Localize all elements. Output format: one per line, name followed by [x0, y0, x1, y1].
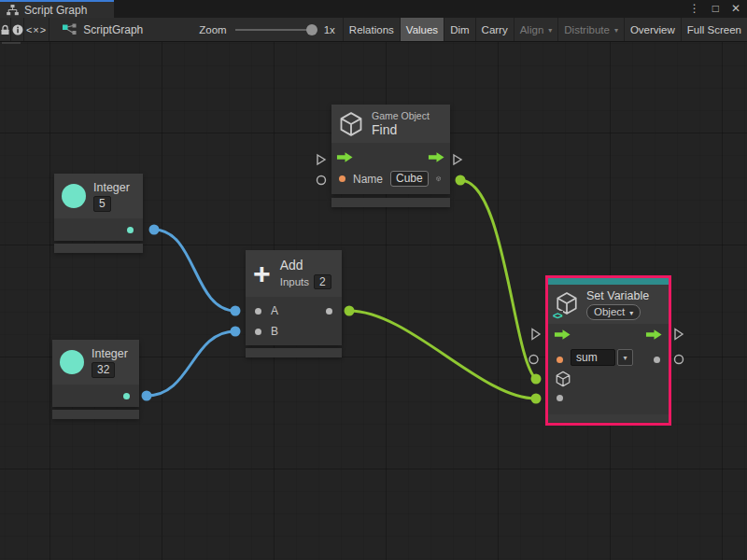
node-body	[54, 218, 143, 241]
node-title: Integer	[92, 347, 128, 360]
node-integer-b[interactable]: Integer 32	[52, 340, 139, 407]
zoom-control: Zoom 1x	[152, 18, 343, 41]
code-preview-button[interactable]: <×>	[24, 18, 49, 41]
port-integer5-output[interactable]	[149, 225, 160, 235]
input-port-b-dot[interactable]	[255, 329, 261, 335]
port-add-output[interactable]	[345, 306, 355, 316]
integer-type-icon	[60, 350, 84, 374]
name-param-label: Name	[353, 173, 383, 186]
port-setvariable-object-input[interactable]	[531, 374, 542, 385]
port-a-label: A	[271, 304, 278, 317]
node-title: Integer	[93, 181, 130, 194]
toolbar-button-relations[interactable]: Relations	[343, 18, 400, 41]
port-find-flow-in[interactable]	[317, 155, 325, 164]
set-variable-icon: <>	[555, 291, 579, 318]
port-find-name-in[interactable]	[317, 176, 326, 185]
game-object-cube-icon	[338, 111, 364, 137]
chevron-down-icon: ▾	[614, 26, 618, 35]
integer-type-icon	[62, 184, 86, 208]
variable-kind-icon: <>	[552, 311, 563, 321]
node-body	[52, 385, 139, 407]
port-integer32-output[interactable]	[142, 391, 152, 401]
variable-name-dropdown-button[interactable]: ▾	[617, 349, 633, 366]
node-footer[interactable]	[54, 244, 143, 253]
info-button[interactable]	[11, 18, 24, 41]
toolbar-button-carry[interactable]: Carry	[475, 18, 514, 41]
flow-out-arrow-icon[interactable]	[645, 329, 663, 341]
variable-name-port-dot[interactable]	[557, 357, 563, 363]
graph-node-icon	[63, 23, 77, 35]
graph-breadcrumb[interactable]: ScriptGraph	[49, 18, 152, 41]
integer-value-field[interactable]: 5	[93, 196, 111, 212]
window-menu-icon[interactable]: ⋮	[689, 0, 700, 18]
node-title: Add	[280, 258, 331, 273]
toolbar-button-values[interactable]: Values	[400, 18, 444, 41]
port-find-flow-out[interactable]	[454, 155, 461, 164]
flow-out-arrow-icon[interactable]	[428, 151, 445, 163]
code-icon: <×>	[26, 24, 47, 35]
lock-button[interactable]	[0, 18, 11, 41]
node-footer[interactable]	[52, 410, 139, 419]
integer-value-field[interactable]: 32	[92, 362, 115, 378]
chevron-down-icon: ▾	[629, 309, 633, 317]
node-add[interactable]: + Add Inputs 2 A B	[246, 250, 342, 345]
toolbar-button-fullscreen[interactable]: Full Screen	[681, 18, 747, 41]
flow-in-arrow-icon[interactable]	[554, 329, 571, 341]
zoom-value: 1x	[324, 24, 335, 35]
node-footer[interactable]	[548, 414, 669, 422]
node-title: Find	[372, 122, 430, 137]
output-port-dot[interactable]	[123, 393, 130, 399]
wire-find-to-setvariable-object[interactable]	[460, 180, 536, 379]
node-footer[interactable]	[246, 348, 342, 357]
port-setvariable-flow-in[interactable]	[532, 329, 540, 340]
port-add-input-b[interactable]	[231, 327, 241, 337]
node-integer-a[interactable]: Integer 5	[54, 174, 143, 241]
lock-icon	[0, 24, 10, 35]
object-target-port-icon[interactable]	[555, 371, 571, 387]
node-find[interactable]: Game Object Find Name Cube	[331, 105, 450, 194]
window-close-icon[interactable]: ✕	[731, 0, 740, 18]
variable-name-field[interactable]: sum	[571, 349, 615, 366]
variable-kind-dropdown[interactable]: Object ▾	[586, 304, 641, 320]
add-icon: +	[253, 259, 271, 287]
inputs-count-field[interactable]: 2	[314, 274, 331, 289]
input-port-a-dot[interactable]	[255, 308, 261, 315]
value-output-port-dot[interactable]	[654, 357, 660, 363]
node-set-variable-selected[interactable]: <> Set Variable Object ▾ sum ▾	[545, 275, 671, 426]
tab-script-graph[interactable]: Script Graph	[0, 0, 114, 18]
value-input-port-dot[interactable]	[557, 395, 563, 401]
port-setvariable-flow-out[interactable]	[675, 329, 683, 340]
node-title: Set Variable	[586, 289, 649, 302]
output-port-dot[interactable]	[127, 227, 134, 233]
port-add-input-a[interactable]	[231, 306, 241, 316]
port-setvariable-value-input[interactable]	[531, 394, 542, 404]
port-setvariable-value-out[interactable]	[675, 356, 684, 364]
chevron-down-icon: ▾	[623, 354, 627, 362]
info-icon	[12, 24, 23, 35]
zoom-slider-handle[interactable]	[306, 24, 317, 35]
port-find-gameobject-output[interactable]	[456, 175, 466, 186]
toolbar-button-distribute[interactable]: Distribute▾	[557, 18, 624, 41]
name-param-field[interactable]: Cube	[390, 171, 429, 187]
zoom-slider[interactable]	[235, 29, 316, 31]
window-titlebar: Script Graph ⋮ □ ✕	[0, 0, 747, 18]
toolbar-button-dim[interactable]: Dim	[444, 18, 474, 41]
variable-name-select[interactable]: sum ▾	[571, 349, 633, 366]
output-port-dot[interactable]	[326, 308, 332, 315]
string-input-port-dot[interactable]	[339, 175, 345, 182]
wire-integer32-to-add-b[interactable]	[147, 331, 235, 396]
wire-add-to-setvariable-value[interactable]	[349, 311, 536, 399]
gameobject-output-icon[interactable]	[436, 171, 441, 187]
port-setvariable-name-in[interactable]	[529, 356, 538, 364]
inputs-label: Inputs	[280, 276, 309, 287]
graph-toolbar: <×> ScriptGraph Zoom 1x Relations Values…	[0, 18, 747, 42]
graph-name-label: ScriptGraph	[83, 23, 143, 36]
toolbar-button-overview[interactable]: Overview	[624, 18, 681, 41]
chevron-down-icon: ▾	[548, 26, 552, 35]
window-maximize-icon[interactable]: □	[712, 0, 719, 18]
node-footer[interactable]	[331, 198, 450, 207]
node-category: Game Object	[372, 110, 430, 121]
flow-in-arrow-icon[interactable]	[336, 151, 354, 163]
wire-integer5-to-add-a[interactable]	[154, 230, 235, 311]
toolbar-button-align[interactable]: Align▾	[514, 18, 558, 41]
